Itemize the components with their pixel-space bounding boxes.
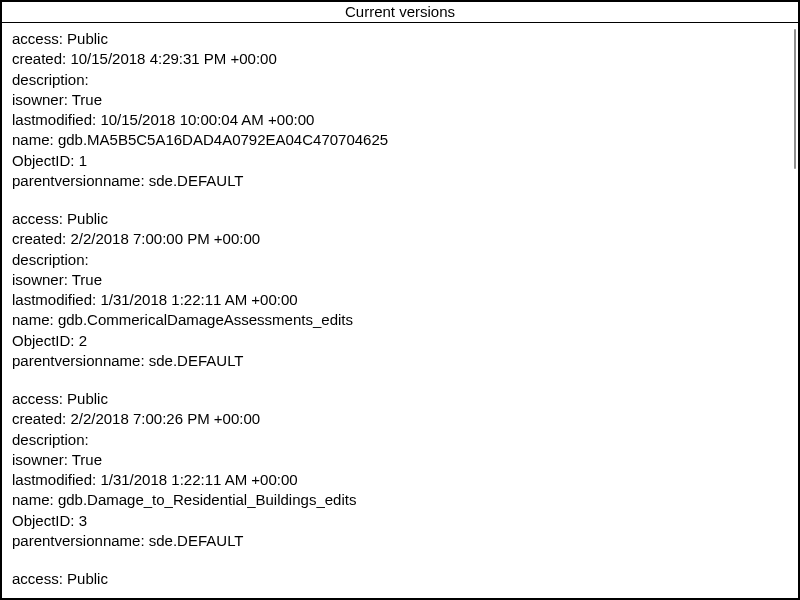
field-value: sde.DEFAULT [149,352,244,369]
field-value: Public [67,570,108,587]
field-value: 10/15/2018 4:29:31 PM +00:00 [70,50,276,67]
field-parentversionname: parentversionnamesde.DEFAULT [12,171,788,191]
field-label: lastmodified [12,111,100,128]
field-value: 1 [79,152,87,169]
field-lastmodified: lastmodified1/31/2018 1:22:11 AM +00:00 [12,290,788,310]
field-value: 2 [79,332,87,349]
field-label: access [12,390,67,407]
field-access: accessPublic [12,209,788,229]
content-scroll-area[interactable]: accessPublic created10/15/2018 4:29:31 P… [2,23,798,598]
field-isowner: isownerTrue [12,270,788,290]
field-label: parentversionname [12,172,149,189]
field-value: sde.DEFAULT [149,172,244,189]
field-label: description [12,431,89,448]
field-value: gdb.Damage_to_Residential_Buildings_edit… [58,491,357,508]
field-label: access [12,570,67,587]
field-isowner: isownerTrue [12,90,788,110]
field-label: created [12,230,70,247]
field-value: 2/2/2018 7:00:26 PM +00:00 [70,410,260,427]
field-name: namegdb.Damage_to_Residential_Buildings_… [12,490,788,510]
field-value: True [72,271,102,288]
window-title: Current versions [345,3,455,20]
field-label: lastmodified [12,291,100,308]
field-lastmodified: lastmodified10/15/2018 10:00:04 AM +00:0… [12,110,788,130]
field-label: access [12,30,67,47]
version-record: accessPublic created2/2/2018 7:00:26 PM … [12,389,788,551]
field-lastmodified: lastmodified1/31/2018 1:22:11 AM +00:00 [12,470,788,490]
scrollbar-thumb[interactable] [794,29,796,169]
field-description: description [12,250,788,270]
field-label: name [12,311,58,328]
field-value: gdb.CommericalDamageAssessments_edits [58,311,353,328]
field-value: Public [67,30,108,47]
field-objectid: ObjectID1 [12,151,788,171]
content-wrap: accessPublic created10/15/2018 4:29:31 P… [2,23,798,598]
version-record: accessPublic created2/2/2018 7:00:00 PM … [12,209,788,371]
field-value: 1/31/2018 1:22:11 AM +00:00 [100,291,297,308]
field-value: 3 [79,512,87,529]
field-label: isowner [12,91,72,108]
field-access: accessPublic [12,29,788,49]
field-value: Public [67,210,108,227]
field-value: True [72,451,102,468]
field-name: namegdb.MA5B5C5A16DAD4A0792EA04C47070462… [12,130,788,150]
version-record: accessPublic created10/15/2018 4:29:31 P… [12,29,788,191]
window-frame: Current versions accessPublic created10/… [0,0,800,600]
field-label: lastmodified [12,471,100,488]
field-label: name [12,491,58,508]
field-label: parentversionname [12,532,149,549]
field-created: created10/15/2018 4:29:31 PM +00:00 [12,49,788,69]
field-value: sde.DEFAULT [149,532,244,549]
field-label: isowner [12,271,72,288]
field-label: description [12,251,89,268]
field-label: created [12,410,70,427]
field-label: ObjectID [12,332,79,349]
field-parentversionname: parentversionnamesde.DEFAULT [12,531,788,551]
field-isowner: isownerTrue [12,450,788,470]
field-label: ObjectID [12,512,79,529]
field-objectid: ObjectID2 [12,331,788,351]
field-objectid: ObjectID3 [12,511,788,531]
field-access: accessPublic [12,389,788,409]
field-value: True [72,91,102,108]
field-value: 1/31/2018 1:22:11 AM +00:00 [100,471,297,488]
field-name: namegdb.CommericalDamageAssessments_edit… [12,310,788,330]
field-created: created2/2/2018 7:00:00 PM +00:00 [12,229,788,249]
field-label: ObjectID [12,152,79,169]
field-value: 10/15/2018 10:00:04 AM +00:00 [100,111,314,128]
field-created: created2/2/2018 7:00:26 PM +00:00 [12,409,788,429]
field-label: created [12,50,70,67]
field-access: accessPublic [12,569,788,589]
field-description: description [12,70,788,90]
titlebar: Current versions [2,2,798,23]
version-record: accessPublic [12,569,788,589]
field-parentversionname: parentversionnamesde.DEFAULT [12,351,788,371]
field-value: 2/2/2018 7:00:00 PM +00:00 [70,230,260,247]
field-label: description [12,71,89,88]
field-label: isowner [12,451,72,468]
field-label: parentversionname [12,352,149,369]
field-value: gdb.MA5B5C5A16DAD4A0792EA04C470704625 [58,131,388,148]
field-value: Public [67,390,108,407]
field-label: name [12,131,58,148]
field-label: access [12,210,67,227]
field-description: description [12,430,788,450]
